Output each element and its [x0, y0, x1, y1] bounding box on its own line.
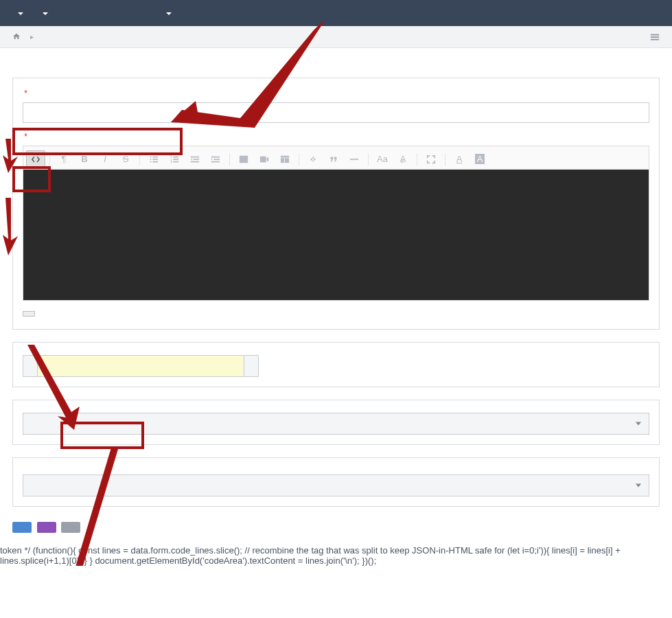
code-view-button[interactable] — [26, 150, 45, 168]
chevron-down-icon — [166, 12, 172, 15]
forecolor-icon[interactable]: A — [450, 150, 469, 168]
publish-group — [12, 457, 660, 507]
editor-toolbar: ¶ B I S Aa A✕ — [23, 146, 649, 170]
nav-photo[interactable] — [73, 6, 89, 20]
strike-icon[interactable]: S — [116, 150, 135, 168]
save-draft-button[interactable] — [37, 522, 56, 533]
form-actions — [12, 519, 660, 533]
hamburger-icon[interactable] — [650, 32, 660, 42]
url-suffix — [244, 355, 259, 377]
nav-activity[interactable] — [122, 6, 139, 20]
outdent-icon[interactable] — [185, 150, 205, 168]
code-editor[interactable] — [23, 170, 649, 300]
list-ol-icon[interactable] — [165, 150, 184, 168]
privacy-select[interactable] — [23, 413, 649, 435]
chevron-down-icon — [18, 12, 23, 15]
hr-icon[interactable] — [345, 150, 364, 168]
save-button[interactable] — [12, 522, 32, 533]
image-icon[interactable] — [234, 150, 253, 168]
privacy-group — [12, 400, 660, 445]
bold-icon[interactable]: B — [75, 150, 94, 168]
italic-icon[interactable]: I — [95, 150, 115, 168]
nav-articles[interactable] — [32, 1, 56, 25]
cancel-button[interactable] — [61, 522, 80, 533]
nav-news[interactable] — [7, 1, 32, 25]
chevron-down-icon — [43, 12, 48, 15]
choose-file-button[interactable] — [23, 311, 35, 317]
quote-icon[interactable] — [324, 150, 343, 168]
nav-comments[interactable] — [139, 6, 155, 20]
video-icon[interactable] — [255, 150, 274, 168]
url-prefix — [23, 355, 38, 377]
breadcrumb-sep: ▸ — [30, 33, 34, 41]
url-group — [12, 342, 660, 387]
nav-groups[interactable] — [106, 6, 122, 20]
paragraph-icon[interactable]: ¶ — [54, 150, 73, 168]
content-area: * * ¶ B I S — [0, 48, 672, 545]
indent-icon[interactable] — [206, 150, 225, 168]
nav-blogs[interactable] — [56, 6, 73, 20]
link-icon[interactable] — [303, 150, 323, 168]
editor: ¶ B I S Aa A✕ — [23, 146, 649, 301]
top-nav — [0, 0, 672, 26]
title-label: * — [23, 88, 649, 98]
font-icon[interactable]: Aa — [373, 150, 392, 168]
breadcrumb: ▸ — [0, 26, 672, 48]
publish-select[interactable] — [23, 474, 649, 496]
nav-ads[interactable] — [89, 6, 106, 20]
url-input[interactable] — [38, 355, 244, 377]
list-ul-icon[interactable] — [144, 150, 163, 168]
title-input[interactable] — [23, 102, 649, 123]
fullscreen-icon[interactable] — [421, 150, 441, 168]
body-label: * — [23, 131, 649, 141]
clear-format-icon[interactable]: A✕ — [393, 150, 413, 168]
backcolor-icon[interactable]: A — [470, 150, 489, 168]
home-icon[interactable] — [12, 33, 21, 41]
table-icon[interactable] — [275, 150, 294, 168]
nav-more[interactable] — [155, 1, 180, 25]
form-panel: * * ¶ B I S — [12, 78, 660, 330]
